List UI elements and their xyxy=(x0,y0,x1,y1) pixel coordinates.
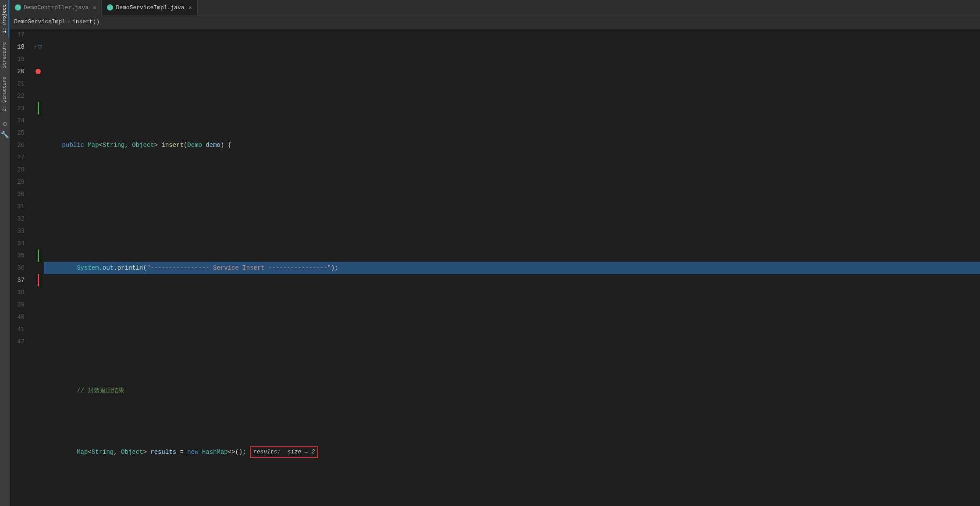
gutter-28 xyxy=(32,164,44,176)
code-area[interactable]: 17 18 19 20 21 22 23 24 25 26 27 28 29 3… xyxy=(10,29,980,506)
gutter-26 xyxy=(32,139,44,151)
ln-36: 36 xyxy=(10,262,28,274)
tab-icon-controller xyxy=(15,4,21,11)
gutter-41 xyxy=(32,323,44,335)
editor-area: DemoController.java ✕ DemoServiceImpl.ja… xyxy=(10,0,980,506)
ln-23: 23 xyxy=(10,102,28,114)
gutter-24 xyxy=(32,114,44,127)
ln-41: 41 xyxy=(10,323,28,335)
tab-icon-service xyxy=(107,4,113,11)
ln-17: 17 xyxy=(10,29,28,41)
ln-35: 35 xyxy=(10,249,28,262)
ln-29: 29 xyxy=(10,176,28,188)
gutter-27 xyxy=(32,151,44,164)
gutter-19 xyxy=(32,53,44,65)
sidebar-tab-project[interactable]: 1: Project xyxy=(0,0,9,38)
gutter-32 xyxy=(32,213,44,225)
ln-39: 39 xyxy=(10,299,28,311)
breadcrumb-class[interactable]: DemoServiceImpl xyxy=(14,18,65,25)
close-icon-controller[interactable]: ✕ xyxy=(93,4,96,11)
tab-democontroller[interactable]: DemoController.java ✕ xyxy=(10,0,102,15)
ln-42: 42 xyxy=(10,335,28,348)
ln-33: 33 xyxy=(10,225,28,237)
gutter-21 xyxy=(32,78,44,90)
code-line-17 xyxy=(44,78,980,90)
ln-27: 27 xyxy=(10,151,28,164)
gutter-39 xyxy=(32,299,44,311)
tab-label-service: DemoServiceImpl.java xyxy=(116,4,184,11)
ide-container: 1: Project Structure Z: Structure ⚙ 🔧 De… xyxy=(0,0,980,506)
green-bar-23 xyxy=(38,102,39,114)
tab-bar: DemoController.java ✕ DemoServiceImpl.ja… xyxy=(10,0,980,15)
gutter-22 xyxy=(32,90,44,102)
ln-19: 19 xyxy=(10,53,28,65)
code-line-19 xyxy=(44,200,980,213)
ln-18: 18 xyxy=(10,41,28,53)
ln-26: 26 xyxy=(10,139,28,151)
breadcrumb-method[interactable]: insert() xyxy=(72,18,99,25)
gutter-25 xyxy=(32,127,44,139)
arrow-up-icon: ↑ xyxy=(34,44,37,50)
gutter-17 xyxy=(32,29,44,41)
gutter-40 xyxy=(32,311,44,323)
breadcrumb-sep: › xyxy=(67,18,71,25)
ln-20: 20 xyxy=(10,65,28,78)
hint-results-size: results: size = 2 xyxy=(250,446,318,458)
gutter-35 xyxy=(32,249,44,262)
ln-37: 37 xyxy=(10,274,28,286)
gutter-23 xyxy=(32,102,44,114)
ln-21: 21 xyxy=(10,78,28,90)
gutter-36 xyxy=(32,262,44,274)
code-line-22: // 封装返回结果 xyxy=(44,385,980,397)
ln-31: 31 xyxy=(10,200,28,213)
ln-28: 28 xyxy=(10,164,28,176)
gutter-42 xyxy=(32,335,44,348)
sidebar-icon-1[interactable]: ⚙ xyxy=(3,120,7,128)
gutter-33 xyxy=(32,225,44,237)
line-numbers: 17 18 19 20 21 22 23 24 25 26 27 28 29 3… xyxy=(10,29,32,506)
red-bar-37 xyxy=(38,274,39,286)
ln-25: 25 xyxy=(10,127,28,139)
ln-38: 38 xyxy=(10,286,28,299)
breadcrumb-bar: DemoServiceImpl › insert() xyxy=(10,15,980,29)
gutter-31 xyxy=(32,200,44,213)
code-line-21 xyxy=(44,323,980,335)
tab-label-controller: DemoController.java xyxy=(24,4,89,11)
ln-24: 24 xyxy=(10,114,28,127)
code-line-18: public Map < String , Object > insert ( … xyxy=(44,139,980,151)
gutter-18: ↑ 🛡 xyxy=(32,41,44,53)
gutter: ↑ 🛡 xyxy=(32,29,44,506)
ln-34: 34 xyxy=(10,237,28,249)
code-line-20: System . out . println ( "--------------… xyxy=(44,262,980,274)
ln-40: 40 xyxy=(10,311,28,323)
close-icon-service[interactable]: ✕ xyxy=(189,4,192,11)
tab-demoserviceimpl[interactable]: DemoServiceImpl.java ✕ xyxy=(102,0,197,15)
ln-30: 30 xyxy=(10,188,28,200)
code-content[interactable]: public Map < String , Object > insert ( … xyxy=(44,29,980,506)
gutter-37 xyxy=(32,274,44,286)
gutter-20[interactable] xyxy=(32,65,44,78)
sidebar-icon-2[interactable]: 🔧 xyxy=(0,130,9,139)
shield-icon: 🛡 xyxy=(37,44,43,50)
left-sidebar: 1: Project Structure Z: Structure ⚙ 🔧 xyxy=(0,0,10,506)
ln-32: 32 xyxy=(10,213,28,225)
gutter-30 xyxy=(32,188,44,200)
sidebar-tab-z-structure[interactable]: Z: Structure xyxy=(0,72,9,116)
breakpoint-icon[interactable] xyxy=(36,69,41,74)
gutter-38 xyxy=(32,286,44,299)
sidebar-tab-structure[interactable]: Structure xyxy=(0,38,9,72)
green-bar-35 xyxy=(38,249,39,262)
code-line-23: Map < String , Object > results = new Ha… xyxy=(44,446,980,458)
ln-22: 22 xyxy=(10,90,28,102)
gutter-29 xyxy=(32,176,44,188)
gutter-34 xyxy=(32,237,44,249)
